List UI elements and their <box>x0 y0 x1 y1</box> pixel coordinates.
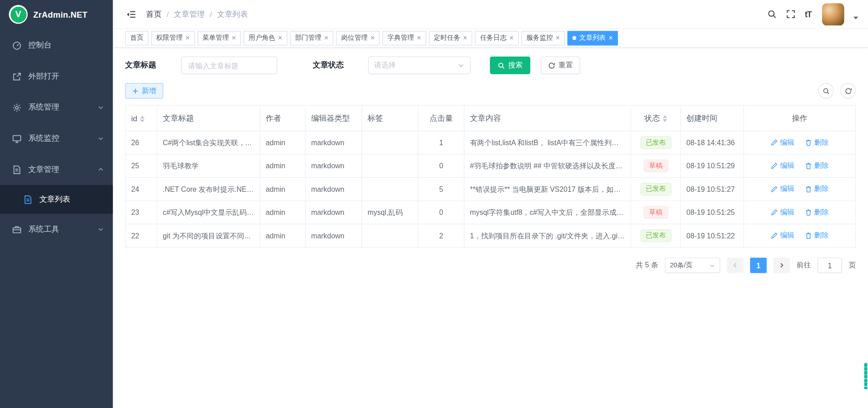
sidebar-item-label: 控制台 <box>28 40 104 50</box>
close-icon[interactable]: × <box>609 34 613 42</box>
edit-button[interactable]: 编辑 <box>771 138 795 147</box>
delete-icon <box>805 185 812 193</box>
active-tab-dot <box>573 36 577 40</box>
scrollbar-thumb[interactable] <box>864 363 867 389</box>
tab-menu-mgmt[interactable]: 菜单管理 × <box>198 31 241 45</box>
close-icon[interactable]: × <box>278 34 282 42</box>
status-badge: 已发布 <box>640 229 671 242</box>
status-badge: 草稿 <box>643 159 668 172</box>
edit-button[interactable]: 编辑 <box>771 184 795 194</box>
col-id[interactable]: id <box>125 105 157 131</box>
sort-control[interactable] <box>663 115 667 122</box>
cell-hits: 5 <box>418 177 464 200</box>
breadcrumb-item-article-mgmt[interactable]: 文章管理 <box>174 9 205 19</box>
close-icon[interactable]: × <box>556 34 560 42</box>
tab-service-monitor[interactable]: 服务监控 × <box>521 31 565 45</box>
sidebar-item-system-mgmt[interactable]: 系统管理 <box>0 92 113 123</box>
cell-ops: 编辑 删除 <box>744 201 855 224</box>
col-label: 操作 <box>792 113 807 122</box>
breadcrumb-separator: / <box>167 9 169 19</box>
tab-label: 首页 <box>130 33 143 43</box>
close-icon[interactable]: × <box>371 34 375 42</box>
refresh-table-button[interactable] <box>840 83 856 99</box>
goto-page-input[interactable] <box>818 257 842 273</box>
tab-home[interactable]: 首页 <box>125 31 148 45</box>
edit-label: 编辑 <box>780 138 795 147</box>
tab-task-log[interactable]: 任务日志 × <box>475 31 519 45</box>
tab-permission-mgmt[interactable]: 权限管理 × <box>151 31 194 45</box>
collapse-icon <box>126 9 136 19</box>
breadcrumb: 首页 / 文章管理 / 文章列表 <box>146 9 248 19</box>
edit-button[interactable]: 编辑 <box>771 231 795 241</box>
header-search-button[interactable] <box>767 9 777 19</box>
cell-hits: 0 <box>418 154 464 177</box>
sidebar-item-article-list[interactable]: 文章列表 <box>0 185 113 214</box>
toggle-search-button[interactable] <box>818 83 834 99</box>
delete-button[interactable]: 删除 <box>805 138 829 147</box>
topbar: 首页 / 文章管理 / 文章列表 tT <box>113 0 868 29</box>
close-icon[interactable]: × <box>463 34 467 42</box>
delete-button[interactable]: 删除 <box>805 231 829 241</box>
avatar[interactable] <box>822 3 844 25</box>
add-button[interactable]: 新增 <box>125 83 163 99</box>
close-icon[interactable]: × <box>185 34 189 42</box>
next-page-button[interactable] <box>774 257 790 273</box>
article-title-input[interactable] <box>181 57 277 74</box>
col-label: 文章标题 <box>163 113 194 122</box>
caret-down-icon[interactable] <box>854 16 858 21</box>
close-icon[interactable]: × <box>232 34 236 42</box>
col-label: 编辑器类型 <box>311 113 350 122</box>
sort-control[interactable] <box>140 116 145 123</box>
tab-dict-mgmt[interactable]: 字典管理 × <box>382 31 426 45</box>
tab-user-role[interactable]: 用户角色 × <box>244 31 287 45</box>
tab-article-list[interactable]: 文章列表 × <box>568 31 618 45</box>
tab-post-mgmt[interactable]: 岗位管理 × <box>336 31 380 45</box>
sidebar-item-system-tools[interactable]: 系统工具 <box>0 214 113 245</box>
delete-button[interactable]: 删除 <box>805 184 829 194</box>
close-icon[interactable]: × <box>324 34 328 42</box>
chevron-down-icon <box>709 262 715 268</box>
tags-view-bar: 首页 权限管理 × 菜单管理 × 用户角色 × 部门管理 × 岗位管理 × <box>113 29 868 48</box>
external-link-icon <box>12 72 22 81</box>
tab-dept-mgmt[interactable]: 部门管理 × <box>290 31 333 45</box>
breadcrumb-item-home[interactable]: 首页 <box>146 9 161 19</box>
tab-label: 任务日志 <box>480 33 507 43</box>
close-icon[interactable]: × <box>417 34 421 42</box>
edit-button[interactable]: 编辑 <box>771 161 795 171</box>
page-size-select[interactable]: 20条/页 <box>665 257 720 273</box>
cell-tags <box>362 131 418 154</box>
page-number-button[interactable]: 1 <box>750 257 767 273</box>
fullscreen-icon <box>786 9 796 19</box>
article-status-select[interactable]: 请选择 <box>368 57 471 74</box>
article-status-label: 文章状态 <box>313 60 344 70</box>
close-icon[interactable]: × <box>509 34 514 42</box>
tab-scheduled-tasks[interactable]: 定时任务 × <box>429 31 472 45</box>
app-logo[interactable]: V ZrAdmin.NET <box>0 0 113 29</box>
sidebar-item-system-monitor[interactable]: 系统监控 <box>0 123 113 154</box>
breadcrumb-item-article-list[interactable]: 文章列表 <box>217 9 248 19</box>
cell-id: 22 <box>125 224 157 247</box>
sidebar-item-article-mgmt[interactable]: 文章管理 <box>0 154 113 185</box>
sidebar-collapse-button[interactable] <box>126 9 136 19</box>
edit-button[interactable]: 编辑 <box>771 207 795 217</box>
sidebar-item-external-open[interactable]: 外部打开 <box>0 61 113 92</box>
chevron-right-icon <box>778 262 785 269</box>
chevron-up-icon <box>98 166 104 173</box>
prev-page-button[interactable] <box>727 257 744 273</box>
delete-icon <box>805 232 812 239</box>
col-status[interactable]: 状态 <box>631 105 680 131</box>
reset-button[interactable]: 重置 <box>541 57 580 74</box>
tab-label: 定时任务 <box>434 33 460 43</box>
delete-button[interactable]: 删除 <box>805 207 829 217</box>
cell-editor: markdown <box>305 224 362 247</box>
fullscreen-button[interactable] <box>786 9 796 19</box>
sidebar-item-label: 系统监控 <box>28 133 97 143</box>
cell-ops: 编辑 删除 <box>744 154 855 177</box>
cell-created: 08-19 10:51:29 <box>681 154 744 177</box>
sidebar-item-dashboard[interactable]: 控制台 <box>0 30 113 61</box>
edit-label: 编辑 <box>780 161 795 171</box>
pagination-total: 共 5 条 <box>636 261 658 270</box>
font-size-button[interactable]: tT <box>805 9 811 19</box>
search-button[interactable]: 搜索 <box>490 57 530 74</box>
delete-button[interactable]: 删除 <box>805 161 829 171</box>
